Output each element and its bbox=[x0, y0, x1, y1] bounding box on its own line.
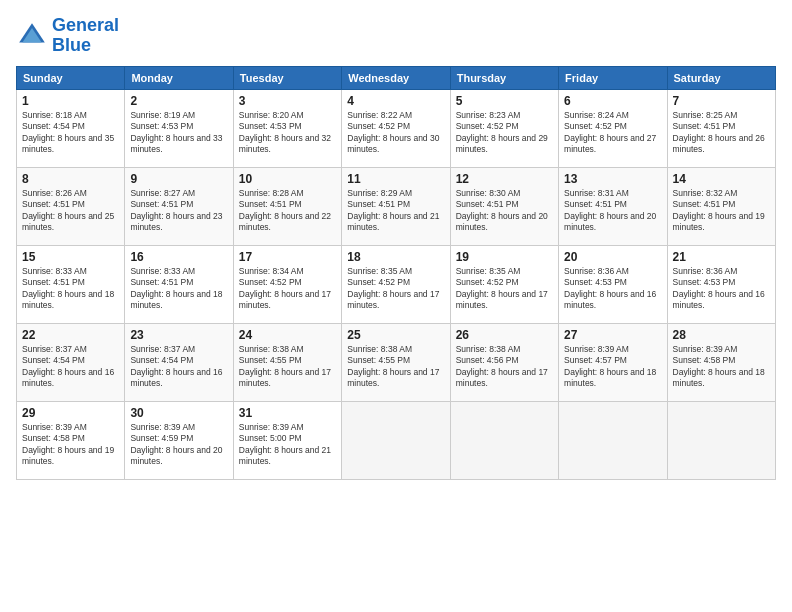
day-cell-11: 11Sunrise: 8:29 AMSunset: 4:51 PMDayligh… bbox=[342, 167, 450, 245]
day-cell-8: 8Sunrise: 8:26 AMSunset: 4:51 PMDaylight… bbox=[17, 167, 125, 245]
logo: General Blue bbox=[16, 16, 119, 56]
day-cell-19: 19Sunrise: 8:35 AMSunset: 4:52 PMDayligh… bbox=[450, 245, 558, 323]
day-cell-3: 3Sunrise: 8:20 AMSunset: 4:53 PMDaylight… bbox=[233, 89, 341, 167]
day-info: Sunrise: 8:23 AMSunset: 4:52 PMDaylight:… bbox=[456, 110, 553, 156]
day-info: Sunrise: 8:19 AMSunset: 4:53 PMDaylight:… bbox=[130, 110, 227, 156]
day-number: 13 bbox=[564, 172, 661, 186]
day-number: 29 bbox=[22, 406, 119, 420]
day-number: 30 bbox=[130, 406, 227, 420]
day-cell-13: 13Sunrise: 8:31 AMSunset: 4:51 PMDayligh… bbox=[559, 167, 667, 245]
day-info: Sunrise: 8:31 AMSunset: 4:51 PMDaylight:… bbox=[564, 188, 661, 234]
day-cell-10: 10Sunrise: 8:28 AMSunset: 4:51 PMDayligh… bbox=[233, 167, 341, 245]
day-of-week-row: SundayMondayTuesdayWednesdayThursdayFrid… bbox=[17, 66, 776, 89]
day-info: Sunrise: 8:37 AMSunset: 4:54 PMDaylight:… bbox=[22, 344, 119, 390]
calendar-week-1: 1Sunrise: 8:18 AMSunset: 4:54 PMDaylight… bbox=[17, 89, 776, 167]
day-cell-15: 15Sunrise: 8:33 AMSunset: 4:51 PMDayligh… bbox=[17, 245, 125, 323]
calendar-week-5: 29Sunrise: 8:39 AMSunset: 4:58 PMDayligh… bbox=[17, 401, 776, 479]
col-header-wednesday: Wednesday bbox=[342, 66, 450, 89]
day-info: Sunrise: 8:22 AMSunset: 4:52 PMDaylight:… bbox=[347, 110, 444, 156]
col-header-thursday: Thursday bbox=[450, 66, 558, 89]
day-number: 15 bbox=[22, 250, 119, 264]
page: General Blue SundayMondayTuesdayWednesda… bbox=[0, 0, 792, 612]
day-info: Sunrise: 8:36 AMSunset: 4:53 PMDaylight:… bbox=[673, 266, 770, 312]
day-cell-25: 25Sunrise: 8:38 AMSunset: 4:55 PMDayligh… bbox=[342, 323, 450, 401]
day-number: 25 bbox=[347, 328, 444, 342]
day-info: Sunrise: 8:38 AMSunset: 4:55 PMDaylight:… bbox=[239, 344, 336, 390]
day-cell-20: 20Sunrise: 8:36 AMSunset: 4:53 PMDayligh… bbox=[559, 245, 667, 323]
empty-cell bbox=[450, 401, 558, 479]
day-info: Sunrise: 8:35 AMSunset: 4:52 PMDaylight:… bbox=[347, 266, 444, 312]
day-info: Sunrise: 8:30 AMSunset: 4:51 PMDaylight:… bbox=[456, 188, 553, 234]
day-cell-7: 7Sunrise: 8:25 AMSunset: 4:51 PMDaylight… bbox=[667, 89, 775, 167]
day-cell-9: 9Sunrise: 8:27 AMSunset: 4:51 PMDaylight… bbox=[125, 167, 233, 245]
day-cell-23: 23Sunrise: 8:37 AMSunset: 4:54 PMDayligh… bbox=[125, 323, 233, 401]
day-cell-29: 29Sunrise: 8:39 AMSunset: 4:58 PMDayligh… bbox=[17, 401, 125, 479]
col-header-sunday: Sunday bbox=[17, 66, 125, 89]
empty-cell bbox=[559, 401, 667, 479]
day-cell-27: 27Sunrise: 8:39 AMSunset: 4:57 PMDayligh… bbox=[559, 323, 667, 401]
day-number: 22 bbox=[22, 328, 119, 342]
day-number: 1 bbox=[22, 94, 119, 108]
col-header-friday: Friday bbox=[559, 66, 667, 89]
day-info: Sunrise: 8:18 AMSunset: 4:54 PMDaylight:… bbox=[22, 110, 119, 156]
day-number: 27 bbox=[564, 328, 661, 342]
day-info: Sunrise: 8:27 AMSunset: 4:51 PMDaylight:… bbox=[130, 188, 227, 234]
day-info: Sunrise: 8:39 AMSunset: 4:57 PMDaylight:… bbox=[564, 344, 661, 390]
day-cell-16: 16Sunrise: 8:33 AMSunset: 4:51 PMDayligh… bbox=[125, 245, 233, 323]
day-info: Sunrise: 8:39 AMSunset: 4:59 PMDaylight:… bbox=[130, 422, 227, 468]
day-info: Sunrise: 8:36 AMSunset: 4:53 PMDaylight:… bbox=[564, 266, 661, 312]
day-number: 7 bbox=[673, 94, 770, 108]
day-number: 19 bbox=[456, 250, 553, 264]
day-info: Sunrise: 8:33 AMSunset: 4:51 PMDaylight:… bbox=[22, 266, 119, 312]
col-header-tuesday: Tuesday bbox=[233, 66, 341, 89]
day-info: Sunrise: 8:20 AMSunset: 4:53 PMDaylight:… bbox=[239, 110, 336, 156]
day-cell-12: 12Sunrise: 8:30 AMSunset: 4:51 PMDayligh… bbox=[450, 167, 558, 245]
day-cell-2: 2Sunrise: 8:19 AMSunset: 4:53 PMDaylight… bbox=[125, 89, 233, 167]
day-cell-17: 17Sunrise: 8:34 AMSunset: 4:52 PMDayligh… bbox=[233, 245, 341, 323]
day-cell-22: 22Sunrise: 8:37 AMSunset: 4:54 PMDayligh… bbox=[17, 323, 125, 401]
day-number: 5 bbox=[456, 94, 553, 108]
calendar-body: 1Sunrise: 8:18 AMSunset: 4:54 PMDaylight… bbox=[17, 89, 776, 479]
day-number: 2 bbox=[130, 94, 227, 108]
empty-cell bbox=[667, 401, 775, 479]
day-info: Sunrise: 8:35 AMSunset: 4:52 PMDaylight:… bbox=[456, 266, 553, 312]
day-number: 4 bbox=[347, 94, 444, 108]
day-number: 11 bbox=[347, 172, 444, 186]
day-number: 28 bbox=[673, 328, 770, 342]
day-cell-30: 30Sunrise: 8:39 AMSunset: 4:59 PMDayligh… bbox=[125, 401, 233, 479]
day-cell-31: 31Sunrise: 8:39 AMSunset: 5:00 PMDayligh… bbox=[233, 401, 341, 479]
day-cell-5: 5Sunrise: 8:23 AMSunset: 4:52 PMDaylight… bbox=[450, 89, 558, 167]
day-number: 6 bbox=[564, 94, 661, 108]
day-info: Sunrise: 8:38 AMSunset: 4:55 PMDaylight:… bbox=[347, 344, 444, 390]
day-number: 17 bbox=[239, 250, 336, 264]
day-number: 9 bbox=[130, 172, 227, 186]
day-cell-26: 26Sunrise: 8:38 AMSunset: 4:56 PMDayligh… bbox=[450, 323, 558, 401]
day-cell-1: 1Sunrise: 8:18 AMSunset: 4:54 PMDaylight… bbox=[17, 89, 125, 167]
day-number: 21 bbox=[673, 250, 770, 264]
day-info: Sunrise: 8:33 AMSunset: 4:51 PMDaylight:… bbox=[130, 266, 227, 312]
calendar-table: SundayMondayTuesdayWednesdayThursdayFrid… bbox=[16, 66, 776, 480]
day-info: Sunrise: 8:28 AMSunset: 4:51 PMDaylight:… bbox=[239, 188, 336, 234]
day-info: Sunrise: 8:39 AMSunset: 5:00 PMDaylight:… bbox=[239, 422, 336, 468]
day-number: 24 bbox=[239, 328, 336, 342]
day-number: 16 bbox=[130, 250, 227, 264]
day-number: 31 bbox=[239, 406, 336, 420]
day-number: 8 bbox=[22, 172, 119, 186]
day-cell-14: 14Sunrise: 8:32 AMSunset: 4:51 PMDayligh… bbox=[667, 167, 775, 245]
day-number: 23 bbox=[130, 328, 227, 342]
day-number: 12 bbox=[456, 172, 553, 186]
day-number: 26 bbox=[456, 328, 553, 342]
day-number: 18 bbox=[347, 250, 444, 264]
day-number: 14 bbox=[673, 172, 770, 186]
day-info: Sunrise: 8:24 AMSunset: 4:52 PMDaylight:… bbox=[564, 110, 661, 156]
day-info: Sunrise: 8:26 AMSunset: 4:51 PMDaylight:… bbox=[22, 188, 119, 234]
day-cell-6: 6Sunrise: 8:24 AMSunset: 4:52 PMDaylight… bbox=[559, 89, 667, 167]
day-info: Sunrise: 8:37 AMSunset: 4:54 PMDaylight:… bbox=[130, 344, 227, 390]
day-info: Sunrise: 8:29 AMSunset: 4:51 PMDaylight:… bbox=[347, 188, 444, 234]
day-cell-28: 28Sunrise: 8:39 AMSunset: 4:58 PMDayligh… bbox=[667, 323, 775, 401]
calendar-week-4: 22Sunrise: 8:37 AMSunset: 4:54 PMDayligh… bbox=[17, 323, 776, 401]
day-cell-18: 18Sunrise: 8:35 AMSunset: 4:52 PMDayligh… bbox=[342, 245, 450, 323]
day-info: Sunrise: 8:25 AMSunset: 4:51 PMDaylight:… bbox=[673, 110, 770, 156]
calendar-week-3: 15Sunrise: 8:33 AMSunset: 4:51 PMDayligh… bbox=[17, 245, 776, 323]
logo-icon bbox=[16, 20, 48, 52]
